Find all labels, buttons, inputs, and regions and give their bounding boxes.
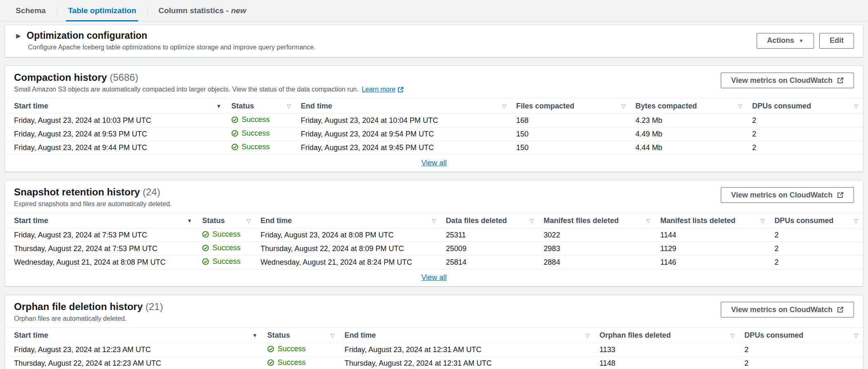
table-cell: 2983	[539, 242, 655, 256]
sortable-icon[interactable]: ▽	[586, 332, 590, 338]
panel-header-text: Snapshot retention history (24) Expired …	[14, 186, 172, 208]
panel-header-text: Compaction history (5686) Small Amazon S…	[14, 72, 404, 93]
sort-descending-icon[interactable]: ▼	[187, 218, 192, 224]
column-header-status[interactable]: Status▽	[226, 99, 296, 114]
sortable-icon[interactable]: ▽	[247, 218, 251, 224]
column-header-orphan-files-deleted[interactable]: Orphan files deleted▽	[595, 328, 740, 343]
snapshot-retention-history-table: Start time▼Status▽End time▽Data files de…	[5, 213, 863, 269]
learn-more-label: Learn more	[362, 86, 395, 93]
column-header-start-time[interactable]: Start time▼	[5, 99, 226, 114]
tab-schema[interactable]: Schema	[5, 0, 57, 21]
tab-table-optimization[interactable]: Table optimization	[57, 0, 147, 21]
panel-header: Compaction history (5686) Small Amazon S…	[5, 66, 863, 98]
tab-column-statistics[interactable]: Column statistics - new	[147, 0, 257, 21]
status-label: Success	[212, 244, 240, 252]
status-cell: Success	[197, 242, 256, 256]
sort-descending-icon[interactable]: ▼	[252, 332, 257, 338]
edit-button-label: Edit	[830, 36, 844, 45]
compaction-history-table: Start time▼Status▽End time▽Files compact…	[5, 98, 863, 155]
view-all-link[interactable]: View all	[421, 273, 447, 282]
column-header-start-time[interactable]: Start time▼	[5, 213, 197, 228]
table-row: Thursday, August 22, 2024 at 7:53 PM UTC…	[5, 242, 863, 256]
sortable-icon[interactable]: ▽	[287, 103, 291, 109]
column-header-end-time[interactable]: End time▽	[340, 328, 595, 343]
table-cell: Wednesday, August 21, 2024 at 8:08 PM UT…	[5, 256, 197, 269]
view-metrics-cloudwatch-button[interactable]: View metrics on CloudWatch	[721, 302, 854, 317]
view-metrics-cloudwatch-button[interactable]: View metrics on CloudWatch	[721, 187, 854, 203]
expand-caret-icon[interactable]: ▶	[16, 33, 21, 39]
column-header-files-compacted[interactable]: Files compacted▽	[511, 99, 630, 114]
column-header-label: DPUs consumed	[752, 102, 811, 110]
sortable-icon[interactable]: ▽	[760, 218, 764, 224]
edit-button[interactable]: Edit	[819, 33, 854, 49]
learn-more-link[interactable]: Learn more	[362, 86, 404, 93]
sortable-icon[interactable]: ▽	[854, 103, 858, 109]
column-header-manifest-files-deleted[interactable]: Manifest files deleted▽	[539, 213, 655, 228]
sortable-icon[interactable]: ▽	[646, 218, 650, 224]
tab-label: Column statistics -	[158, 6, 228, 15]
table-cell: Friday, August 23, 2024 at 8:08 PM UTC	[256, 228, 441, 242]
panel-title-text: Snapshot retention history	[14, 186, 140, 197]
status-label: Success	[212, 257, 240, 266]
sortable-icon[interactable]: ▽	[331, 332, 335, 338]
sortable-icon[interactable]: ▽	[730, 332, 734, 338]
column-header-label: Bytes compacted	[635, 102, 697, 110]
column-header-status[interactable]: Status▽	[197, 213, 256, 228]
panel-title: Orphan file deletion history (21)	[14, 301, 163, 313]
snapshot-retention-history-panel: Snapshot retention history (24) Expired …	[5, 180, 863, 287]
column-header-start-time[interactable]: Start time▼	[5, 328, 262, 343]
column-header-dpus-consumed[interactable]: DPUs consumed▽	[769, 213, 863, 228]
column-header-label: Manifest files deleted	[543, 216, 619, 225]
table-optimization-content: ▶ Optimization configuration Configure A…	[0, 21, 868, 369]
view-all-link[interactable]: View all	[421, 159, 447, 167]
cloudwatch-button-label: View metrics on CloudWatch	[731, 76, 833, 85]
table-cell: 2	[747, 127, 863, 141]
column-header-end-time[interactable]: End time▽	[256, 213, 441, 228]
actions-button[interactable]: Actions ▼	[757, 33, 814, 49]
sortable-icon[interactable]: ▽	[502, 103, 506, 109]
sortable-icon[interactable]: ▽	[432, 218, 436, 224]
column-header-label: Start time	[14, 331, 48, 340]
status-success-badge: Success	[202, 230, 240, 239]
sortable-icon[interactable]: ▽	[738, 103, 742, 109]
table-row: Friday, August 23, 2024 at 12:23 AM UTCS…	[5, 343, 863, 357]
table-cell: 4.23 Mb	[630, 114, 747, 127]
table-cell: 2	[739, 357, 863, 369]
panel-header: Snapshot retention history (24) Expired …	[5, 181, 863, 213]
table-row: Friday, August 23, 2024 at 7:53 PM UTCSu…	[5, 228, 863, 242]
status-label: Success	[242, 115, 270, 124]
status-success-badge: Success	[202, 257, 240, 266]
table-cell: Friday, August 23, 2024 at 9:44 PM UTC	[5, 141, 226, 155]
column-header-end-time[interactable]: End time▽	[296, 99, 511, 114]
table-header-row: Start time▼Status▽End time▽Data files de…	[5, 213, 863, 228]
panel-header-text: Orphan file deletion history (21) Orphan…	[14, 301, 163, 322]
column-header-data-files-deleted[interactable]: Data files deleted▽	[441, 213, 539, 228]
sortable-icon[interactable]: ▽	[621, 103, 626, 109]
status-success-badge: Success	[231, 129, 270, 138]
sortable-icon[interactable]: ▽	[529, 218, 534, 224]
table-cell: 2884	[539, 256, 655, 269]
table-cell: Thursday, August 22, 2024 at 12:23 AM UT…	[5, 357, 262, 369]
column-header-status[interactable]: Status▽	[262, 328, 339, 343]
column-header-manifest-lists-deleted[interactable]: Manifest lists deleted▽	[655, 213, 769, 228]
panel-count: (24)	[143, 186, 160, 197]
success-check-icon	[202, 258, 209, 265]
sort-descending-icon[interactable]: ▼	[216, 103, 221, 109]
column-header-label: Files compacted	[516, 102, 574, 110]
column-header-dpus-consumed[interactable]: DPUs consumed▽	[739, 328, 863, 343]
column-header-label: End time	[261, 216, 292, 225]
sortable-icon[interactable]: ▽	[854, 332, 858, 338]
view-metrics-cloudwatch-button[interactable]: View metrics on CloudWatch	[721, 73, 854, 88]
new-badge: new	[231, 6, 246, 15]
expandable-section-header[interactable]: ▶ Optimization configuration	[16, 30, 315, 41]
table-cell: Thursday, August 22, 2024 at 12:31 AM UT…	[340, 357, 595, 369]
sortable-icon[interactable]: ▽	[854, 218, 858, 224]
table-cell: 2	[747, 114, 863, 127]
table-cell: Thursday, August 22, 2024 at 8:09 PM UTC	[256, 242, 441, 256]
column-header-label: End time	[301, 102, 332, 110]
column-header-bytes-compacted[interactable]: Bytes compacted▽	[630, 99, 747, 114]
view-all-row: View all	[5, 155, 863, 172]
column-header-dpus-consumed[interactable]: DPUs consumed▽	[747, 99, 863, 114]
config-header-left: ▶ Optimization configuration Configure A…	[16, 30, 315, 51]
status-success-badge: Success	[202, 244, 240, 252]
